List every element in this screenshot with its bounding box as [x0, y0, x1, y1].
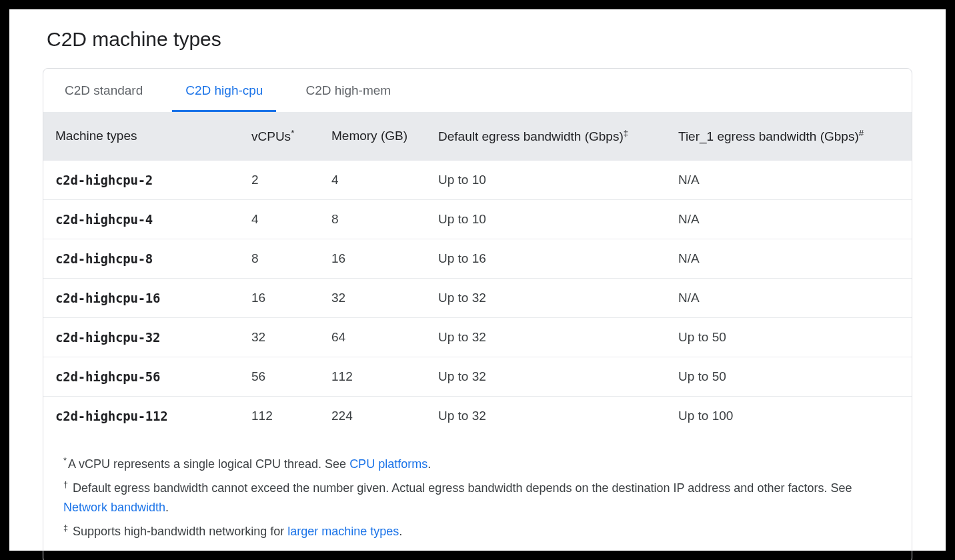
footnote-3-text-a: Supports high-bandwidth networking for [69, 525, 287, 538]
cell-vcpus: 4 [243, 200, 323, 239]
table-row: c2d-highcpu-16 16 32 Up to 32 N/A [43, 279, 912, 318]
link-larger-machine-types[interactable]: larger machine types [287, 525, 399, 538]
footnote-3: ‡ Supports high-bandwidth networking for… [63, 521, 892, 541]
cell-memory: 16 [323, 239, 430, 279]
footnote-1: *A vCPU represents a single logical CPU … [63, 454, 892, 474]
cell-memory: 112 [323, 357, 430, 397]
footnote-2-text-b: . [165, 501, 169, 514]
cell-vcpus: 8 [243, 239, 323, 279]
col-default-egress: Default egress bandwidth (Gbps)‡ [430, 112, 670, 161]
table-body: c2d-highcpu-2 2 4 Up to 10 N/A c2d-highc… [43, 161, 912, 436]
footnote-1-text-b: . [427, 457, 431, 471]
cell-tier1: N/A [670, 279, 912, 318]
tab-c2d-standard[interactable]: C2D standard [51, 69, 156, 112]
col-tier1-egress-sup: # [859, 128, 864, 138]
cell-tier1: Up to 50 [670, 318, 912, 357]
cell-egress: Up to 10 [430, 200, 670, 239]
table-row: c2d-highcpu-4 4 8 Up to 10 N/A [43, 200, 912, 239]
cell-name: c2d-highcpu-4 [43, 200, 243, 239]
cell-name: c2d-highcpu-32 [43, 318, 243, 357]
table-header-row: Machine types vCPUs* Memory (GB) Default… [43, 112, 912, 161]
cell-memory: 32 [323, 279, 430, 318]
cell-vcpus: 2 [243, 161, 323, 200]
col-vcpus: vCPUs* [243, 112, 323, 161]
col-vcpus-sup: * [291, 128, 294, 138]
page-title: C2D machine types [47, 28, 912, 51]
footnote-3-sup: ‡ [63, 523, 68, 533]
tabs: C2D standard C2D high-cpu C2D high-mem [43, 69, 912, 112]
cell-tier1: Up to 100 [670, 397, 912, 436]
col-tier1-egress-label: Tier_1 egress bandwidth (Gbps) [678, 129, 859, 143]
footnotes: *A vCPU represents a single logical CPU … [43, 435, 912, 560]
footnote-2: † Default egress bandwidth cannot exceed… [63, 478, 892, 517]
cell-egress: Up to 32 [430, 279, 670, 318]
cell-egress: Up to 32 [430, 397, 670, 436]
table-row: c2d-highcpu-112 112 224 Up to 32 Up to 1… [43, 397, 912, 436]
col-default-egress-label: Default egress bandwidth (Gbps) [438, 129, 624, 143]
cell-memory: 4 [323, 161, 430, 200]
link-network-bandwidth[interactable]: Network bandwidth [63, 501, 165, 514]
tab-c2d-high-mem[interactable]: C2D high-mem [292, 69, 404, 112]
tab-c2d-high-cpu[interactable]: C2D high-cpu [172, 69, 276, 112]
cell-egress: Up to 32 [430, 357, 670, 397]
footnote-1-text-a: A vCPU represents a single logical CPU t… [68, 457, 349, 471]
cell-name: c2d-highcpu-56 [43, 357, 243, 397]
machine-types-table: Machine types vCPUs* Memory (GB) Default… [43, 112, 912, 435]
cell-memory: 224 [323, 397, 430, 436]
footnote-1-sup: * [63, 456, 67, 465]
cell-name: c2d-highcpu-112 [43, 397, 243, 436]
table-row: c2d-highcpu-2 2 4 Up to 10 N/A [43, 161, 912, 200]
cell-tier1: N/A [670, 239, 912, 279]
col-vcpus-label: vCPUs [251, 129, 291, 143]
cell-name: c2d-highcpu-16 [43, 279, 243, 318]
table-row: c2d-highcpu-56 56 112 Up to 32 Up to 50 [43, 357, 912, 397]
col-machine-types: Machine types [43, 112, 243, 161]
cell-vcpus: 16 [243, 279, 323, 318]
link-cpu-platforms[interactable]: CPU platforms [349, 457, 427, 471]
footnote-2-sup: † [63, 480, 68, 489]
cell-tier1: Up to 50 [670, 357, 912, 397]
col-memory: Memory (GB) [323, 112, 430, 161]
cell-vcpus: 56 [243, 357, 323, 397]
footnote-3-text-b: . [399, 525, 402, 538]
table-row: c2d-highcpu-32 32 64 Up to 32 Up to 50 [43, 318, 912, 357]
cell-tier1: N/A [670, 200, 912, 239]
cell-vcpus: 32 [243, 318, 323, 357]
cell-vcpus: 112 [243, 397, 323, 436]
cell-name: c2d-highcpu-8 [43, 239, 243, 279]
card: C2D standard C2D high-cpu C2D high-mem M… [43, 68, 912, 560]
cell-tier1: N/A [670, 161, 912, 200]
cell-memory: 8 [323, 200, 430, 239]
col-tier1-egress: Tier_1 egress bandwidth (Gbps)# [670, 112, 912, 161]
cell-egress: Up to 10 [430, 161, 670, 200]
table-row: c2d-highcpu-8 8 16 Up to 16 N/A [43, 239, 912, 279]
col-default-egress-sup: ‡ [624, 128, 628, 138]
cell-egress: Up to 16 [430, 239, 670, 279]
cell-memory: 64 [323, 318, 430, 357]
footnote-2-text-a: Default egress bandwidth cannot exceed t… [69, 481, 852, 495]
cell-name: c2d-highcpu-2 [43, 161, 243, 200]
page-container: C2D machine types C2D standard C2D high-… [9, 9, 946, 551]
cell-egress: Up to 32 [430, 318, 670, 357]
